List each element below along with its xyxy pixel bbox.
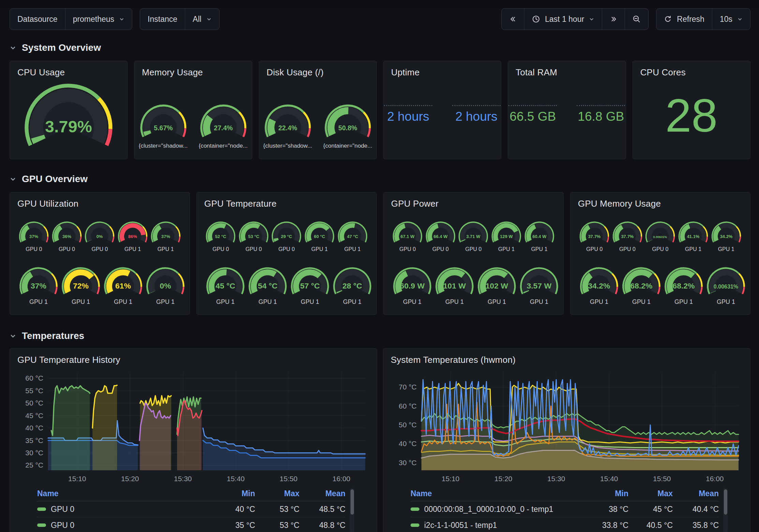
total-ram-stats: 66.5 GB16.8 GB — [516, 78, 618, 151]
gauge-arc: 36% — [50, 218, 83, 244]
gauge-label: GPU 0 — [586, 246, 602, 252]
legend-header-mean[interactable]: Mean — [673, 489, 719, 498]
gauge-label: GPU 1 — [158, 246, 174, 252]
panel-title[interactable]: GPU Memory Usage — [578, 198, 743, 209]
gauge-arc: 67.1 W — [391, 218, 424, 244]
gpu-temp-gauges-row2: 45 °CGPU 154 °CGPU 157 °CGPU 128 °CGPU 1 — [204, 263, 369, 306]
gauge: 50.8%{container="node... — [322, 99, 373, 149]
datasource-dropdown[interactable]: prometheus — [65, 9, 132, 30]
svg-text:45 °C: 45 °C — [25, 412, 43, 419]
gauge: 67.1 WGPU 0 — [391, 218, 424, 252]
gauge-arc: 60 °C — [303, 218, 336, 244]
legend-min: 35 °C — [211, 521, 255, 530]
svg-text:40 °C: 40 °C — [25, 424, 43, 432]
panel-title[interactable]: Total RAM — [516, 67, 618, 78]
gauge-arc: 50.8% — [322, 99, 373, 140]
gauge: 37%GPU 1 — [17, 263, 60, 306]
gauge-arc: 3.71 W — [457, 218, 490, 244]
legend-header-name[interactable]: Name — [37, 489, 211, 498]
gauge-arc: 60.9 W — [391, 263, 433, 296]
svg-text:72%: 72% — [73, 281, 89, 290]
svg-text:37%: 37% — [29, 234, 38, 239]
chevron-down-icon — [10, 332, 16, 339]
legend-header-max[interactable]: Max — [255, 489, 299, 498]
svg-text:68.2%: 68.2% — [673, 281, 695, 290]
panel-title[interactable]: System Temperatures (hwmon) — [391, 355, 743, 365]
svg-text:16:00: 16:00 — [706, 475, 724, 483]
gauge-arc: 45 °C — [204, 263, 247, 296]
panel-title[interactable]: CPU Cores — [640, 67, 743, 78]
gauge-label: GPU 1 — [531, 246, 548, 252]
legend-series-name[interactable]: 0000:00:08_1_0000:10:00_0 - temp1 — [411, 505, 584, 514]
series-color-swatch — [411, 507, 419, 511]
panel-title[interactable]: GPU Temperature — [204, 198, 369, 209]
gauge: 3.79% — [20, 73, 117, 151]
gauge-label: GPU 1 — [301, 298, 319, 306]
refresh-button[interactable]: Refresh — [656, 9, 712, 30]
gpu-power-gauges-row2: 60.9 WGPU 1101 WGPU 1102 WGPU 13.57 WGPU… — [391, 263, 556, 306]
gauge-arc: 29 °C — [270, 218, 303, 244]
svg-text:37%: 37% — [31, 281, 46, 290]
legend-series-name[interactable]: GPU 0 — [37, 521, 211, 530]
time-shift-forward-button[interactable] — [602, 9, 625, 30]
gauge-label: GPU 0 — [26, 246, 42, 252]
gauge-label: {container="node... — [199, 143, 248, 149]
instance-dropdown[interactable]: All — [185, 9, 219, 30]
svg-text:50 °C: 50 °C — [399, 421, 417, 429]
gauge-label: GPU 1 — [344, 246, 361, 252]
stat-value: 16.8 GB — [578, 109, 624, 124]
time-shift-back-button[interactable] — [502, 9, 524, 30]
gauge-arc: 27.4% — [198, 99, 249, 140]
gauge: 5.67%{cluster="shadow... — [138, 99, 189, 149]
panel-title[interactable]: GPU Utilization — [17, 198, 182, 209]
gauge: 66.4 WGPU 0 — [424, 218, 457, 252]
svg-text:30 °C: 30 °C — [399, 459, 417, 467]
gauge: 28 °CGPU 1 — [331, 263, 373, 306]
zoom-out-button[interactable] — [625, 9, 648, 30]
legend-header-min[interactable]: Min — [584, 489, 628, 498]
gauge: 57 °CGPU 1 — [289, 263, 331, 306]
panel-title[interactable]: Uptime — [391, 67, 493, 78]
gauge: 29 °CGPU 0 — [270, 218, 303, 252]
gauge-label: GPU 1 — [156, 298, 175, 306]
gauge-label: GPU 0 — [212, 246, 229, 252]
gauge: 22.4%{cluster="shadow... — [262, 99, 313, 149]
series-color-swatch — [37, 507, 46, 511]
section-temperatures[interactable]: Temperatures — [10, 330, 749, 341]
legend-scrollbar-thumb[interactable] — [351, 489, 354, 515]
legend-header-mean[interactable]: Mean — [299, 489, 345, 498]
svg-text:36%: 36% — [62, 234, 71, 239]
sparkline — [508, 105, 557, 106]
legend-series-name[interactable]: GPU 0 — [37, 505, 211, 514]
legend-series-name[interactable]: i2c-1-1-0051 - temp1 — [411, 521, 584, 530]
gauge: 41.1%GPU 1 — [677, 218, 710, 252]
panel-memory-usage: Memory Usage 5.67%{cluster="shadow...27.… — [134, 61, 252, 159]
gpu-temp-gauges-row1: 52 °CGPU 053 °CGPU 029 °CGPU 060 °CGPU 1… — [204, 218, 369, 252]
legend-header-name[interactable]: Name — [411, 489, 584, 498]
legend-scrollbar-thumb[interactable] — [724, 489, 727, 515]
gauge-arc: 60.4 W — [523, 218, 556, 244]
panel-title[interactable]: Disk Usage (/) — [267, 67, 369, 78]
time-range-picker[interactable]: Last 1 hour — [524, 9, 602, 30]
gauge-label: GPU 1 — [718, 246, 734, 252]
panel-title[interactable]: GPU Power — [391, 198, 556, 209]
legend-scrollbar — [350, 488, 354, 532]
gauge-arc: 53 °C — [237, 218, 270, 244]
legend-row: GPU 035 °C53 °C48.8 °C — [37, 517, 345, 532]
gauge-arc: 22.4% — [262, 99, 313, 140]
legend-header-min[interactable]: Min — [211, 489, 255, 498]
panel-title[interactable]: Memory Usage — [142, 67, 244, 78]
gauge-label: GPU 1 — [632, 298, 651, 306]
stat: 2 hours — [384, 105, 432, 124]
gpu-util-gauges-row1: 37%GPU 036%GPU 00%GPU 086%GPU 137%GPU 1 — [17, 218, 182, 252]
system-overview-row: CPU Usage 3.79% Memory Usage 5.67%{clust… — [10, 61, 750, 159]
legend-header-max[interactable]: Max — [628, 489, 673, 498]
refresh-interval-picker[interactable]: 10s — [712, 9, 750, 30]
svg-text:15:30: 15:30 — [174, 475, 192, 483]
panel-title[interactable]: GPU Temperature History — [17, 355, 369, 365]
section-gpu-overview[interactable]: GPU Overview — [10, 174, 749, 184]
svg-text:47 °C: 47 °C — [347, 234, 358, 239]
svg-text:34.2%: 34.2% — [588, 281, 610, 290]
section-system-overview[interactable]: System Overview — [10, 42, 749, 53]
section-title: GPU Overview — [22, 174, 88, 184]
